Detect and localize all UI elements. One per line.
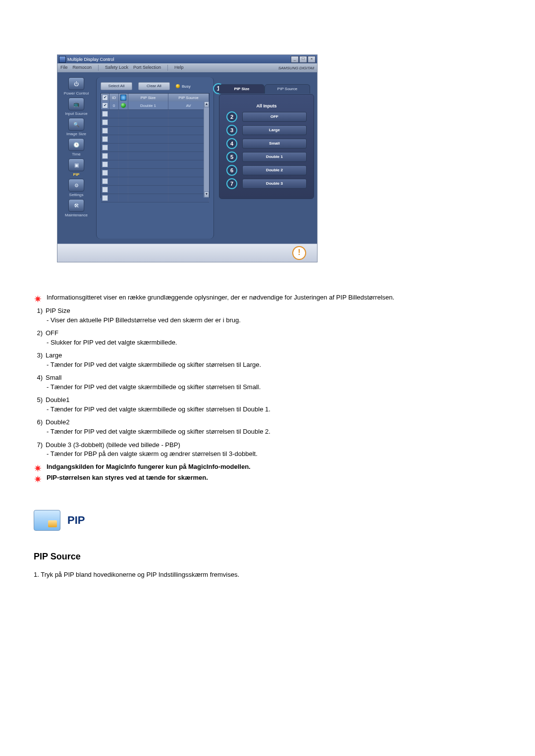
pip-option-large[interactable]: 3 Large bbox=[226, 125, 307, 136]
table-row[interactable] bbox=[101, 194, 209, 202]
row-checkbox[interactable] bbox=[102, 195, 108, 201]
table-row[interactable] bbox=[101, 127, 209, 135]
maximize-button[interactable]: □ bbox=[299, 56, 307, 63]
header-checkbox[interactable] bbox=[102, 95, 108, 101]
list-number: 2) bbox=[34, 329, 43, 338]
star-icon: ✷ bbox=[34, 462, 42, 471]
intro-text: Informationsgitteret viser en række grun… bbox=[47, 293, 394, 302]
list-title: Large bbox=[46, 351, 62, 360]
sidebar-item-power[interactable]: ⏻ Power Control bbox=[60, 77, 93, 98]
sidebar-item-label: Image Size bbox=[60, 132, 93, 136]
option-button-large[interactable]: Large bbox=[242, 125, 307, 135]
pip-section-header: PIP bbox=[34, 510, 535, 531]
time-icon: 🕒 bbox=[68, 138, 84, 151]
app-window: Multiple Display Control _ □ × File Remo… bbox=[57, 54, 318, 262]
window-title: Multiple Display Control bbox=[67, 57, 114, 62]
pip-option-off[interactable]: 2 OFF bbox=[226, 111, 307, 122]
grid-scrollbar[interactable]: ▲ ▼ bbox=[204, 101, 209, 198]
right-panel: 1 PIP Size PIP Source All Inputs 2 OFF 3… bbox=[216, 72, 317, 244]
pip-option-double3[interactable]: 7 Double 3 bbox=[226, 178, 307, 189]
menu-help[interactable]: Help bbox=[174, 65, 184, 71]
option-button-double1[interactable]: Double 1 bbox=[242, 152, 307, 162]
table-row[interactable] bbox=[101, 160, 209, 169]
row-checkbox[interactable] bbox=[102, 102, 108, 108]
callout-3: 3 bbox=[226, 125, 237, 136]
table-row[interactable] bbox=[101, 110, 209, 118]
pip-option-double1[interactable]: 5 Double 1 bbox=[226, 151, 307, 162]
option-button-double3[interactable]: Double 3 bbox=[242, 179, 307, 189]
table-row[interactable] bbox=[101, 152, 209, 160]
row-checkbox[interactable] bbox=[102, 161, 108, 167]
imagesize-icon: 🔍 bbox=[68, 118, 84, 131]
list-title: OFF bbox=[46, 329, 58, 338]
list-desc: - Tænder for PBP på den valgte skærm og … bbox=[47, 450, 476, 458]
menu-remocon[interactable]: Remocon bbox=[73, 65, 92, 71]
option-button-small[interactable]: Small bbox=[242, 139, 307, 149]
pip-option-double2[interactable]: 6 Double 2 bbox=[226, 165, 307, 176]
col-id[interactable]: ID bbox=[109, 94, 119, 101]
table-row[interactable]: 0 Double 1 AV bbox=[101, 101, 209, 110]
scroll-up-icon[interactable]: ▲ bbox=[204, 101, 209, 107]
row-checkbox[interactable] bbox=[102, 136, 108, 142]
row-checkbox[interactable] bbox=[102, 187, 108, 193]
row-checkbox[interactable] bbox=[102, 170, 108, 176]
star-icon: ✷ bbox=[34, 473, 42, 482]
section-heading-pip-source: PIP Source bbox=[34, 552, 535, 562]
sidebar-item-pip[interactable]: ▣ PIP bbox=[60, 158, 93, 179]
table-row[interactable] bbox=[101, 144, 209, 152]
sidebar-item-imagesize[interactable]: 🔍 Image Size bbox=[60, 118, 93, 138]
clear-all-button[interactable]: Clear All bbox=[138, 82, 170, 90]
sidebar-item-maintenance[interactable]: 🛠 Maintenance bbox=[60, 199, 93, 219]
sidebar-item-label: PIP bbox=[60, 172, 93, 177]
row-checkbox[interactable] bbox=[102, 128, 108, 134]
row-checkbox[interactable] bbox=[102, 153, 108, 159]
row-checkbox[interactable] bbox=[102, 145, 108, 151]
select-all-button[interactable]: Select All bbox=[101, 82, 132, 90]
pip-logo-title: PIP bbox=[67, 514, 85, 527]
warning-icon: ! bbox=[292, 246, 306, 260]
table-row[interactable] bbox=[101, 169, 209, 177]
option-button-off[interactable]: OFF bbox=[242, 112, 307, 122]
list-desc: - Tænder for PIP ved det valgte skærmbil… bbox=[47, 360, 476, 369]
app-icon bbox=[59, 56, 66, 63]
list-number: 7) bbox=[34, 441, 43, 450]
list-title: Double 3 (3-dobbelt) (billede ved billed… bbox=[46, 441, 180, 450]
menu-safetylock[interactable]: Safety Lock bbox=[105, 65, 128, 71]
row-checkbox[interactable] bbox=[102, 111, 108, 117]
cell-pipsize: Double 1 bbox=[128, 101, 168, 109]
option-button-double2[interactable]: Double 2 bbox=[242, 165, 307, 175]
col-pipsize[interactable]: PIP Size bbox=[128, 94, 168, 101]
sidebar-item-settings[interactable]: ⚙ Settings bbox=[60, 179, 93, 199]
step-text: Tryk på PIP bland hovedikonerne og PIP I… bbox=[41, 571, 239, 578]
tab-pip-source[interactable]: PIP Source bbox=[265, 84, 310, 94]
pip-size-options: All Inputs 2 OFF 3 Large 4 Small bbox=[219, 94, 314, 199]
input-icon: 📺 bbox=[68, 98, 84, 110]
col-pipsource[interactable]: PIP Source bbox=[168, 94, 209, 101]
power-icon: ⏻ bbox=[68, 77, 84, 90]
close-button[interactable]: × bbox=[308, 56, 316, 63]
titlebar: Multiple Display Control _ □ × bbox=[57, 55, 317, 63]
step-number: 1. bbox=[34, 571, 39, 578]
sidebar-item-time[interactable]: 🕒 Time bbox=[60, 138, 93, 158]
pip-option-small[interactable]: 4 Small bbox=[226, 138, 307, 149]
table-row[interactable] bbox=[101, 118, 209, 127]
table-row[interactable] bbox=[101, 186, 209, 194]
table-row[interactable] bbox=[101, 135, 209, 144]
sidebar-item-input[interactable]: 📺 Input Source bbox=[60, 98, 93, 118]
busy-dot-icon bbox=[176, 84, 180, 88]
table-row[interactable] bbox=[101, 177, 209, 186]
sidebar-item-label: Time bbox=[60, 152, 93, 156]
minimize-button[interactable]: _ bbox=[291, 56, 299, 63]
window-controls: _ □ × bbox=[291, 56, 316, 63]
sidebar-item-label: Settings bbox=[60, 193, 93, 197]
row-checkbox[interactable] bbox=[102, 119, 108, 125]
sidebar: ⏻ Power Control 📺 Input Source 🔍 Image S… bbox=[57, 72, 95, 244]
list-desc: - Viser den aktuelle PIP Billedstørrelse… bbox=[47, 316, 476, 325]
pip-logo-icon bbox=[34, 510, 60, 531]
scroll-down-icon[interactable]: ▼ bbox=[204, 192, 209, 198]
menu-file[interactable]: File bbox=[60, 65, 68, 71]
row-checkbox[interactable] bbox=[102, 178, 108, 184]
tab-pip-size[interactable]: PIP Size bbox=[219, 84, 265, 94]
menu-portselection[interactable]: Port Selection bbox=[133, 65, 161, 71]
list-desc: - Tænder for PIP ved det valgte skærmbil… bbox=[47, 383, 476, 392]
